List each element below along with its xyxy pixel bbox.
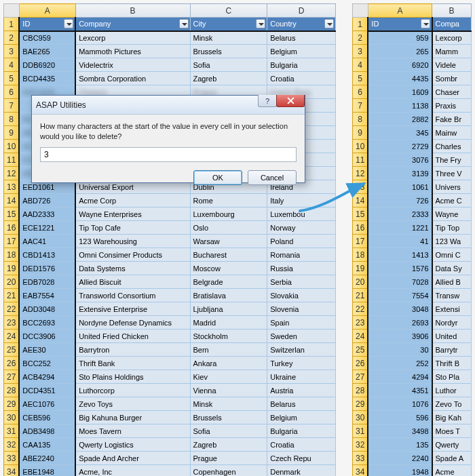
close-button[interactable] xyxy=(276,95,305,107)
row-header[interactable]: 28 xyxy=(353,384,368,397)
cell-id[interactable]: 7554 xyxy=(368,289,432,302)
cell-country[interactable]: Belarus xyxy=(267,31,336,45)
col-header-a[interactable]: A xyxy=(19,4,75,18)
cell-company[interactable]: Lexcorp xyxy=(432,31,472,45)
cell-city[interactable]: Belgrade xyxy=(190,275,267,289)
row-header[interactable]: 19 xyxy=(4,262,20,275)
row-header[interactable]: 20 xyxy=(353,275,368,289)
cell-id[interactable]: EDB7028 xyxy=(19,275,75,289)
cell-company[interactable]: 123 Warehousing xyxy=(75,235,190,248)
cell-country[interactable]: Norway xyxy=(267,221,336,235)
cell-company[interactable]: Sto Pla xyxy=(432,370,472,384)
cell-id[interactable]: DED1576 xyxy=(19,262,75,275)
cell-company[interactable]: Qwerty xyxy=(432,438,472,452)
row-header[interactable]: 24 xyxy=(4,330,20,343)
row-header[interactable]: 7 xyxy=(353,99,368,113)
cell-company[interactable]: Wayne Enterprises xyxy=(75,207,190,221)
row-header[interactable]: 1 xyxy=(4,18,20,31)
row-header[interactable]: 17 xyxy=(4,235,20,248)
cell-id[interactable]: AAC41 xyxy=(19,235,75,248)
row-header[interactable]: 11 xyxy=(4,153,20,167)
cell-id[interactable]: 1221 xyxy=(368,221,432,235)
cell-id[interactable]: DDB6920 xyxy=(19,58,75,72)
cell-company[interactable]: Mamm xyxy=(432,45,472,58)
filter-dropdown-icon[interactable] xyxy=(64,19,73,28)
cell-id[interactable]: ACB4294 xyxy=(19,370,75,384)
cell-id[interactable]: 30 xyxy=(368,343,432,357)
row-header[interactable]: 11 xyxy=(353,153,368,167)
cell-company[interactable]: Zevo Toys xyxy=(75,397,190,411)
cell-country[interactable]: Luxembou xyxy=(267,207,336,221)
cell-company[interactable]: Acme, Inc xyxy=(75,465,190,477)
cell-id[interactable]: 3076 xyxy=(368,153,432,167)
col-header-b[interactable]: B xyxy=(75,4,190,18)
cell-city[interactable]: Rome xyxy=(190,194,267,207)
cell-id[interactable]: 41 xyxy=(368,235,432,248)
row-header[interactable]: 21 xyxy=(4,289,20,302)
cell-company[interactable]: Barrytron xyxy=(75,343,190,357)
col-header-a[interactable]: A xyxy=(368,4,432,18)
cell-id[interactable]: 726 xyxy=(368,194,432,207)
cell-city[interactable]: Minsk xyxy=(190,397,267,411)
cell-country[interactable]: Romania xyxy=(267,248,336,262)
row-header[interactable]: 33 xyxy=(4,452,20,465)
cell-city[interactable]: Zagreb xyxy=(190,72,267,85)
row-header[interactable]: 19 xyxy=(353,262,368,275)
cell-id[interactable]: 252 xyxy=(368,357,432,370)
row-header[interactable]: 4 xyxy=(353,58,368,72)
cell-company[interactable]: Acme Corp xyxy=(75,194,190,207)
cell-company[interactable]: Lexcorp xyxy=(75,31,190,45)
cell-company[interactable]: Omni Consimer Products xyxy=(75,248,190,262)
cell-id[interactable]: 1576 xyxy=(368,262,432,275)
cell-company[interactable]: Univers xyxy=(432,180,472,194)
cell-company[interactable]: Data Sy xyxy=(432,262,472,275)
row-header[interactable]: 14 xyxy=(353,194,368,207)
row-header[interactable]: 32 xyxy=(353,438,368,452)
row-header[interactable]: 17 xyxy=(353,235,368,248)
row-header[interactable]: 2 xyxy=(4,31,20,45)
row-header[interactable]: 6 xyxy=(353,85,368,99)
cell-id[interactable]: 1609 xyxy=(368,85,432,99)
cell-company[interactable]: Barrytr xyxy=(432,343,472,357)
col-header-c[interactable]: C xyxy=(190,4,267,18)
cell-country[interactable]: Belgium xyxy=(267,45,336,58)
row-header[interactable]: 16 xyxy=(353,221,368,235)
row-header[interactable]: 10 xyxy=(353,140,368,153)
select-all-corner[interactable] xyxy=(353,4,368,18)
cell-company[interactable]: Omni C xyxy=(432,248,472,262)
row-header[interactable]: 14 xyxy=(4,194,20,207)
cell-id[interactable]: 2693 xyxy=(368,316,432,330)
cell-company[interactable]: Spade And Archer xyxy=(75,452,190,465)
row-header[interactable]: 5 xyxy=(353,72,368,85)
cell-company[interactable]: Mammoth Pictures xyxy=(75,45,190,58)
cell-id[interactable]: 2333 xyxy=(368,207,432,221)
row-header[interactable]: 27 xyxy=(353,370,368,384)
filter-dropdown-icon[interactable] xyxy=(324,19,334,28)
cell-city[interactable]: Luxembourg xyxy=(190,207,267,221)
table-header-city[interactable]: City xyxy=(190,18,267,31)
row-header[interactable]: 12 xyxy=(4,167,20,180)
cell-company[interactable]: United xyxy=(432,330,472,343)
cell-city[interactable]: Vienna xyxy=(190,384,267,397)
cell-city[interactable]: Zagreb xyxy=(190,438,267,452)
cell-id[interactable]: 4351 xyxy=(368,384,432,397)
cell-country[interactable]: Croatia xyxy=(267,438,336,452)
row-header[interactable]: 8 xyxy=(4,113,20,126)
row-header[interactable]: 12 xyxy=(353,167,368,180)
cell-id[interactable]: CBD1413 xyxy=(19,248,75,262)
cell-company[interactable]: Nordyr xyxy=(432,316,472,330)
row-header[interactable]: 31 xyxy=(4,424,20,438)
cell-country[interactable]: Czech Repu xyxy=(267,452,336,465)
cell-company[interactable]: Moes Tavern xyxy=(75,424,190,438)
row-header[interactable]: 16 xyxy=(4,221,20,235)
cell-city[interactable]: Kiev xyxy=(190,370,267,384)
help-button[interactable]: ? xyxy=(258,95,277,107)
cell-id[interactable]: 265 xyxy=(368,45,432,58)
cell-company[interactable]: Extensive Enterprise xyxy=(75,302,190,316)
row-header[interactable]: 21 xyxy=(353,289,368,302)
row-header[interactable]: 30 xyxy=(4,411,20,424)
row-header[interactable]: 34 xyxy=(353,465,368,477)
cancel-button[interactable]: Cancel xyxy=(248,170,297,185)
cell-company[interactable]: Allied B xyxy=(432,275,472,289)
cell-city[interactable]: Copenhagen xyxy=(190,465,267,477)
